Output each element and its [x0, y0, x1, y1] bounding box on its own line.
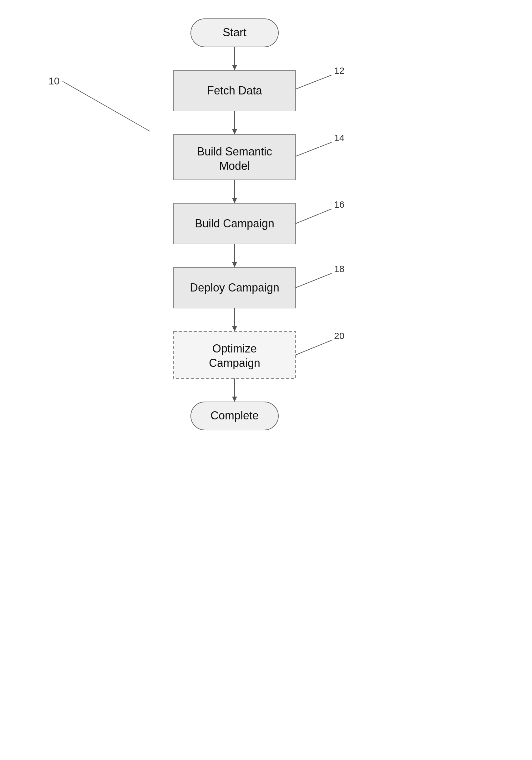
svg-marker-4 — [232, 129, 237, 134]
optimize-campaign-label-2: Campaign — [209, 356, 260, 369]
complete-label: Complete — [211, 409, 259, 422]
diagram-container: 10 Start Fetch Data 12 Build Semantic Mo… — [0, 0, 532, 760]
ref-label-16: 16 — [334, 199, 344, 210]
ref-label-18: 18 — [334, 264, 344, 274]
ref-label-12: 12 — [334, 65, 344, 76]
svg-line-11 — [296, 273, 331, 288]
ref-line-10 — [63, 81, 150, 131]
start-label: Start — [223, 26, 246, 39]
svg-line-8 — [296, 209, 331, 224]
svg-marker-16 — [232, 397, 237, 402]
svg-marker-10 — [232, 262, 237, 267]
semantic-model-label-2: Model — [219, 160, 250, 172]
semantic-model-label-1: Build Semantic — [197, 145, 272, 158]
fetch-data-label: Fetch Data — [207, 84, 263, 97]
svg-marker-1 — [232, 65, 237, 71]
svg-marker-13 — [232, 326, 237, 332]
optimize-campaign-label-1: Optimize — [212, 342, 257, 355]
svg-line-14 — [296, 340, 331, 355]
optimize-campaign-shape — [173, 332, 296, 378]
ref-label-10: 10 — [48, 75, 60, 87]
ref-label-20: 20 — [334, 331, 344, 341]
svg-line-5 — [296, 142, 331, 156]
ref-label-14: 14 — [334, 133, 344, 143]
svg-marker-7 — [232, 198, 237, 203]
svg-line-2 — [296, 75, 331, 89]
deploy-campaign-label: Deploy Campaign — [190, 281, 279, 294]
build-campaign-label: Build Campaign — [195, 217, 274, 230]
